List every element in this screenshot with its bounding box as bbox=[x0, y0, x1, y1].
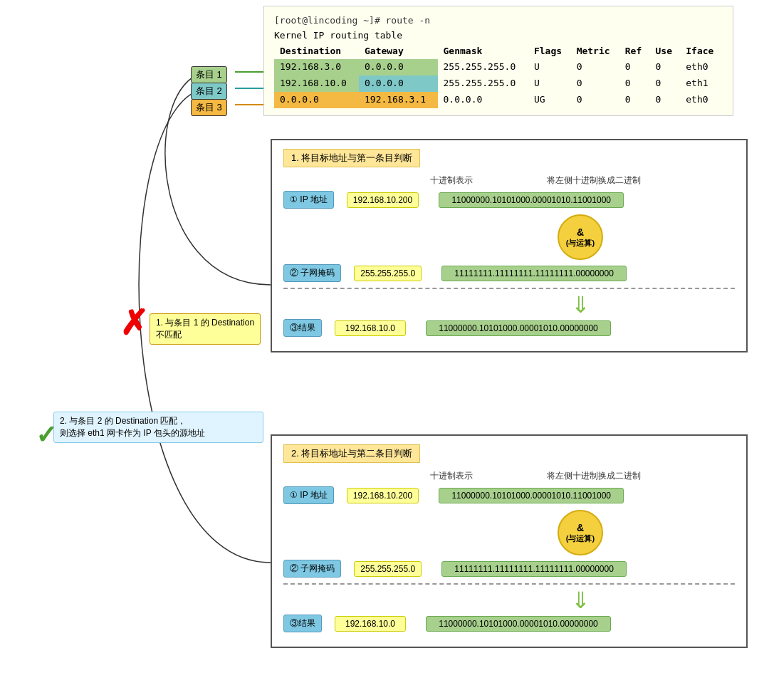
section1-mask-row: ② 子网掩码 255.255.255.0 11111111.11111111.1… bbox=[283, 264, 735, 282]
section2-ip-decimal: 192.168.10.200 bbox=[347, 488, 419, 503]
col-gw: Gateway bbox=[359, 43, 438, 60]
row2-gw: 0.0.0.0 bbox=[359, 75, 438, 92]
section1-result-label: ③结果 bbox=[283, 319, 322, 337]
terminal-command: [root@lincoding ~]# route -n bbox=[274, 14, 723, 28]
match-annotation: 2. 与条目 2 的 Destination 匹配，则选择 eth1 网卡作为 … bbox=[53, 412, 263, 443]
section1-col1-header: 十进制表示 bbox=[409, 174, 494, 187]
section2-divider bbox=[283, 583, 735, 585]
section2-mask-label: ② 子网掩码 bbox=[283, 560, 341, 578]
section2-down-arrow: ⇓ bbox=[571, 589, 590, 612]
row1-mask: 255.255.255.0 bbox=[438, 59, 528, 75]
section2-ip-row: ① IP 地址 192.168.10.200 11000000.10101000… bbox=[283, 486, 735, 504]
row1-ref: 0 bbox=[619, 59, 650, 75]
section1-and-area: & (与运算) bbox=[283, 214, 735, 260]
section2-and-area: & (与运算) bbox=[283, 510, 735, 555]
section1-result-binary: 11000000.10101000.00001010.00000000 bbox=[426, 320, 611, 336]
section1-ip-decimal: 192.168.10.200 bbox=[347, 192, 419, 208]
col-mask: Genmask bbox=[438, 43, 528, 60]
section2-mask-row: ② 子网掩码 255.255.255.0 11111111.11111111.1… bbox=[283, 560, 735, 578]
row3-metric: 0 bbox=[571, 92, 619, 108]
section1-mask-decimal: 255.255.255.0 bbox=[354, 266, 422, 281]
col-flags: Flags bbox=[528, 43, 571, 60]
row1-metric: 0 bbox=[571, 59, 619, 75]
row3-use: 0 bbox=[650, 92, 681, 108]
section2-result-row: ③结果 192.168.10.0 11000000.10101000.00001… bbox=[283, 615, 735, 632]
section1-result-row: ③结果 192.168.10.0 11000000.10101000.00001… bbox=[283, 319, 735, 337]
section1-mask-binary: 11111111.11111111.11111111.00000000 bbox=[441, 266, 627, 281]
section1-divider bbox=[283, 288, 735, 289]
section2-ip-binary: 11000000.10101000.00001010.11001000 bbox=[439, 488, 624, 503]
terminal-subtitle: Kernel IP routing table bbox=[274, 28, 723, 43]
col-iface: Iface bbox=[680, 43, 723, 60]
col-use: Use bbox=[650, 43, 681, 60]
row3-gw: 192.168.3.1 bbox=[359, 92, 438, 108]
section2-col2-header: 将左侧十进制换成二进制 bbox=[494, 470, 694, 482]
col-ref: Ref bbox=[619, 43, 650, 60]
section1-ip-label: ① IP 地址 bbox=[283, 191, 334, 209]
section2-col1-header: 十进制表示 bbox=[409, 470, 494, 482]
section1-box: 1. 将目标地址与第一条目判断 十进制表示 将左侧十进制换成二进制 ① IP 地… bbox=[271, 139, 748, 352]
section1-ip-binary: 11000000.10101000.00001010.11001000 bbox=[439, 192, 624, 208]
section1-ip-row: ① IP 地址 192.168.10.200 11000000.10101000… bbox=[283, 191, 735, 209]
section1-mask-label: ② 子网掩码 bbox=[283, 264, 341, 282]
section1-title: 1. 将目标地址与第一条目判断 bbox=[283, 149, 420, 167]
item3-label: 条目 3 bbox=[191, 99, 227, 116]
section2-mask-decimal: 255.255.255.0 bbox=[354, 561, 422, 577]
item1-label: 条目 1 bbox=[191, 66, 227, 83]
row1-use: 0 bbox=[650, 59, 681, 75]
section2-box: 2. 将目标地址与第二条目判断 十进制表示 将左侧十进制换成二进制 ① IP 地… bbox=[271, 434, 748, 648]
row2-iface: eth1 bbox=[680, 75, 723, 92]
row3-mask: 0.0.0.0 bbox=[438, 92, 528, 108]
and-label2: (与运算) bbox=[566, 533, 595, 544]
and-label: (与运算) bbox=[566, 238, 595, 249]
section1-arrow-area: ⇓ bbox=[283, 293, 735, 316]
match-text: 2. 与条目 2 的 Destination 匹配，则选择 eth1 网卡作为 … bbox=[60, 416, 205, 438]
row2-flags: U bbox=[528, 75, 571, 92]
no-match-text: 1. 与条目 1 的 Destination不匹配 bbox=[156, 318, 254, 340]
no-match-annotation: 1. 与条目 1 的 Destination不匹配 bbox=[150, 313, 261, 345]
row1-gw: 0.0.0.0 bbox=[359, 59, 438, 75]
section2-title: 2. 将目标地址与第二条目判断 bbox=[283, 444, 420, 463]
row2-dest: 192.168.10.0 bbox=[274, 75, 359, 92]
terminal-box: [root@lincoding ~]# route -n Kernel IP r… bbox=[263, 6, 733, 116]
section1-col2-header: 将左侧十进制换成二进制 bbox=[494, 174, 694, 187]
item2-label: 条目 2 bbox=[191, 83, 227, 100]
table-row: 0.0.0.0 192.168.3.1 0.0.0.0 UG 0 0 0 eth… bbox=[274, 92, 723, 108]
row2-metric: 0 bbox=[571, 75, 619, 92]
section1-and-circle: & (与运算) bbox=[558, 214, 603, 260]
section1-result-decimal: 192.168.10.0 bbox=[335, 320, 406, 336]
section2-result-binary: 11000000.10101000.00001010.00000000 bbox=[426, 616, 611, 632]
section2-arrow-area: ⇓ bbox=[283, 589, 735, 612]
table-row: 192.168.3.0 0.0.0.0 255.255.255.0 U 0 0 … bbox=[274, 59, 723, 75]
no-match-icon: ✗ bbox=[120, 306, 148, 340]
row3-dest: 0.0.0.0 bbox=[274, 92, 359, 108]
routing-table: Destination Gateway Genmask Flags Metric… bbox=[274, 43, 723, 108]
and-symbol: & bbox=[577, 226, 584, 238]
row1-iface: eth0 bbox=[680, 59, 723, 75]
row3-flags: UG bbox=[528, 92, 571, 108]
section2-result-decimal: 192.168.10.0 bbox=[335, 616, 406, 632]
and-symbol2: & bbox=[577, 522, 584, 533]
section2-ip-label: ① IP 地址 bbox=[283, 486, 334, 504]
section2-and-circle: & (与运算) bbox=[558, 510, 603, 555]
row1-flags: U bbox=[528, 59, 571, 75]
row2-mask: 255.255.255.0 bbox=[438, 75, 528, 92]
row3-iface: eth0 bbox=[680, 92, 723, 108]
row1-dest: 192.168.3.0 bbox=[274, 59, 359, 75]
row3-ref: 0 bbox=[619, 92, 650, 108]
col-dest: Destination bbox=[274, 43, 359, 60]
section2-mask-binary: 11111111.11111111.11111111.00000000 bbox=[441, 561, 627, 577]
section1-down-arrow: ⇓ bbox=[571, 293, 590, 316]
section2-result-label: ③结果 bbox=[283, 615, 322, 632]
row2-use: 0 bbox=[650, 75, 681, 92]
col-metric: Metric bbox=[571, 43, 619, 60]
table-row: 192.168.10.0 0.0.0.0 255.255.255.0 U 0 0… bbox=[274, 75, 723, 92]
row2-ref: 0 bbox=[619, 75, 650, 92]
